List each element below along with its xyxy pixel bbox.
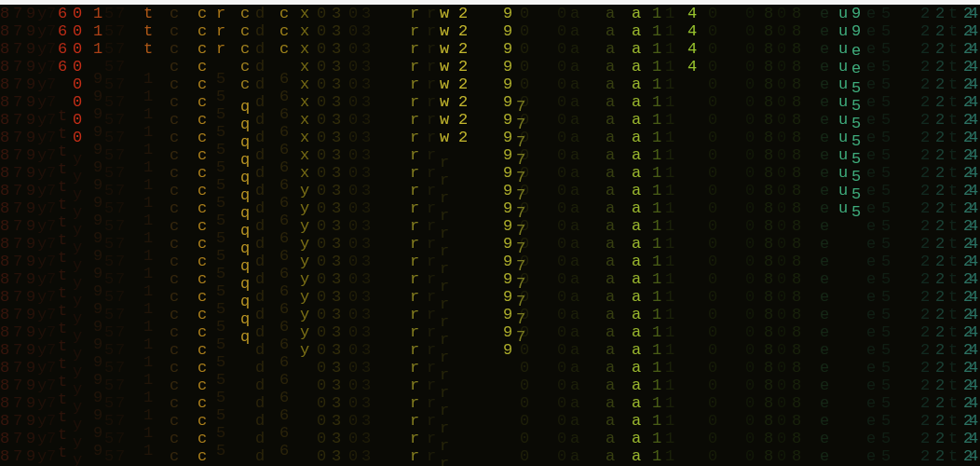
rain-glyph: q: [240, 204, 250, 222]
rain-column: 4444: [687, 5, 697, 75]
rain-glyph: 8: [792, 75, 801, 93]
rain-glyph: t: [58, 408, 67, 426]
rain-glyph: u: [838, 93, 848, 111]
rain-glyph: a: [570, 341, 579, 359]
rain-glyph: 1: [143, 282, 153, 300]
rain-column: ccccc: [240, 5, 250, 93]
rain-glyph: a: [606, 288, 615, 306]
rain-glyph: 2: [935, 129, 945, 146]
rain-glyph: 2: [920, 58, 930, 75]
rain-glyph: r: [427, 377, 436, 394]
rain-glyph: 5: [104, 394, 114, 412]
rain-glyph: 0: [348, 164, 358, 182]
rain-glyph: 0: [73, 40, 82, 58]
rain-glyph: 7: [13, 341, 22, 359]
rain-glyph: 9: [93, 70, 102, 88]
rain-glyph: 0: [520, 111, 529, 129]
rain-glyph: 7: [47, 146, 56, 164]
rain-glyph: 7: [47, 394, 56, 412]
rain-glyph: 5: [216, 389, 225, 406]
rain-glyph: 0: [777, 182, 786, 199]
rain-glyph: y: [37, 288, 47, 306]
rain-glyph: e: [820, 359, 829, 377]
rain-glyph: 0: [348, 253, 358, 270]
rain-glyph: 0: [520, 359, 529, 377]
rain-glyph: 1: [652, 75, 661, 93]
rain-column: 22222222222222222222222222: [920, 5, 930, 465]
rain-glyph: 7: [116, 430, 125, 447]
rain-glyph: 8: [0, 412, 9, 430]
rain-glyph: e: [820, 217, 829, 235]
rain-glyph: 0: [745, 394, 755, 412]
rain-glyph: a: [570, 217, 579, 235]
rain-glyph: 4: [969, 377, 978, 394]
rain-glyph: 3: [361, 129, 371, 146]
rain-glyph: 9: [93, 353, 102, 371]
rain-glyph: 7: [13, 199, 22, 217]
rain-glyph: t: [948, 359, 958, 377]
rain-glyph: 0: [348, 394, 358, 412]
rain-glyph: r: [410, 164, 419, 182]
rain-glyph: 8: [764, 306, 773, 323]
rain-glyph: y: [37, 341, 47, 359]
rain-column: 00000000000000000000000000: [520, 5, 529, 465]
rain-glyph: 3: [332, 93, 341, 111]
rain-glyph: 9: [503, 270, 512, 288]
rain-glyph: 3: [332, 75, 341, 93]
rain-glyph: 8: [764, 93, 773, 111]
rain-glyph: r: [410, 341, 419, 359]
rain-glyph: 2: [935, 270, 945, 288]
rain-glyph: 0: [348, 146, 358, 164]
rain-glyph: 8: [792, 341, 801, 359]
rain-glyph: a: [570, 164, 579, 182]
rain-glyph: 3: [332, 146, 341, 164]
rain-glyph: 3: [332, 199, 341, 217]
rain-glyph: 1: [652, 288, 661, 306]
rain-glyph: 0: [317, 129, 326, 146]
rain-glyph: 2: [935, 394, 945, 412]
rain-glyph: a: [570, 253, 579, 270]
rain-glyph: 8: [0, 270, 9, 288]
rain-glyph: 4: [687, 22, 697, 40]
rain-glyph: 7: [13, 359, 22, 377]
rain-glyph: 9: [26, 58, 35, 75]
rain-glyph: 2: [935, 22, 945, 40]
rain-glyph: 9: [93, 389, 102, 406]
rain-glyph: 5: [104, 306, 114, 323]
rain-glyph: a: [570, 430, 579, 447]
rain-glyph: 8: [792, 359, 801, 377]
rain-glyph: 5: [881, 447, 891, 465]
rain-glyph: 2: [920, 22, 930, 40]
rain-glyph: a: [570, 93, 579, 111]
rain-glyph: 5: [104, 341, 114, 359]
rain-glyph: c: [170, 394, 179, 412]
rain-glyph: 0: [557, 253, 566, 270]
rain-glyph: x: [300, 164, 309, 182]
rain-glyph: 0: [520, 75, 529, 93]
rain-glyph: 8: [792, 288, 801, 306]
rain-glyph: t: [58, 337, 67, 355]
rain-glyph: a: [632, 306, 641, 323]
rain-glyph: 0: [708, 111, 717, 129]
rain-glyph: 5: [216, 282, 225, 300]
rain-glyph: t: [58, 178, 67, 196]
rain-glyph: 8: [0, 217, 9, 235]
rain-glyph: 1: [652, 323, 661, 341]
rain-glyph: a: [606, 40, 615, 58]
rain-glyph: 1: [143, 406, 153, 424]
rain-glyph: 6: [279, 371, 289, 389]
rain-glyph: y: [37, 394, 47, 412]
rain-glyph: 8: [764, 5, 773, 22]
rain-glyph: a: [570, 394, 579, 412]
rain-glyph: c: [197, 129, 207, 146]
rain-glyph: 9: [93, 371, 102, 389]
rain-glyph: 0: [348, 377, 358, 394]
rain-glyph: 0: [317, 377, 326, 394]
rain-glyph: 5: [104, 199, 114, 217]
rain-column: 88888888888888888888888888: [0, 5, 9, 465]
rain-glyph: 9: [503, 22, 512, 40]
rain-glyph: 0: [557, 394, 566, 412]
rain-glyph: 1: [665, 306, 674, 323]
rain-glyph: t: [948, 164, 958, 182]
rain-glyph: 8: [764, 447, 773, 465]
